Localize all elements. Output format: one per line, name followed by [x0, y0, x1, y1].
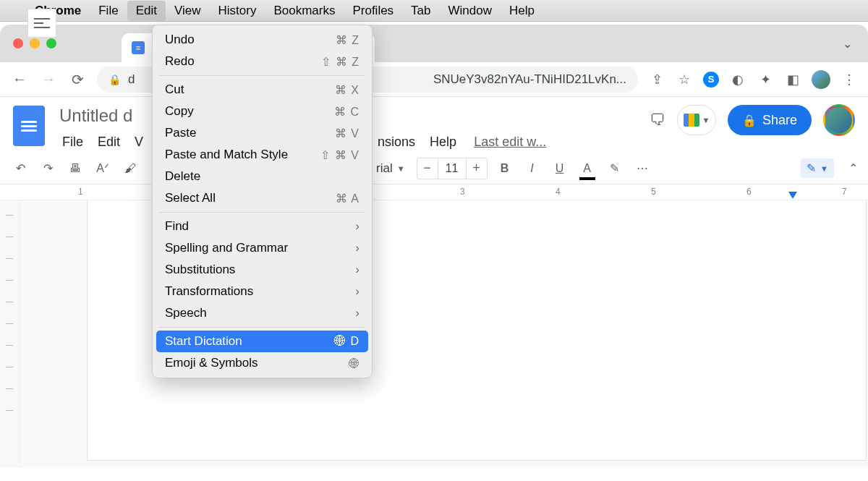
menu-label: Speech [165, 306, 207, 320]
redo-button[interactable]: ↷ [38, 158, 58, 179]
menu-find[interactable]: Find› [156, 216, 368, 237]
menu-substitutions[interactable]: Substitutions› [156, 259, 368, 281]
meet-button[interactable]: ▼ [677, 105, 716, 135]
comments-icon[interactable]: 🗨 [650, 111, 665, 129]
menu-speech[interactable]: Speech› [156, 302, 368, 324]
ruler-mark: 3 [460, 187, 465, 197]
menu-separator [159, 212, 365, 213]
chevron-down-icon: ▼ [820, 164, 828, 173]
menu-paste[interactable]: Paste⌘ V [156, 122, 368, 144]
menubar-file[interactable]: File [90, 1, 127, 21]
side-panel-icon[interactable]: ◧ [784, 71, 801, 88]
last-edit-link[interactable]: Last edit w... [468, 132, 552, 153]
menu-label: Find [165, 219, 189, 234]
docs-menu-extensions-partial[interactable]: nsions [372, 132, 421, 153]
docs-menu-help[interactable]: Help [424, 132, 462, 153]
font-size-input[interactable]: 11 [438, 158, 467, 179]
menu-label: Spelling and Grammar [165, 241, 288, 255]
shazam-extension-icon[interactable]: S [703, 72, 719, 88]
menu-undo[interactable]: Undo⌘ Z [156, 29, 368, 51]
ruler-mark: 5 [651, 187, 656, 197]
print-button[interactable]: 🖶 [65, 158, 85, 179]
show-outline-button[interactable] [27, 9, 56, 38]
lock-icon: 🔒 [109, 74, 121, 85]
menubar-history[interactable]: History [209, 1, 265, 21]
bold-button[interactable]: B [495, 158, 515, 179]
docs-menu-view-partial[interactable]: V [129, 132, 149, 153]
privacy-extension-icon[interactable]: ◐ [729, 71, 746, 88]
shortcut-label: ⇧ ⌘ Z [321, 55, 359, 69]
menu-spelling[interactable]: Spelling and Grammar› [156, 237, 368, 259]
increase-font-button[interactable]: + [467, 161, 487, 176]
menu-cut[interactable]: Cut⌘ X [156, 79, 368, 101]
share-icon[interactable]: ⇪ [648, 71, 665, 88]
close-window-button[interactable] [13, 38, 23, 48]
menu-redo[interactable]: Redo⇧ ⌘ Z [156, 51, 368, 72]
menubar-edit[interactable]: Edit [127, 1, 166, 21]
editing-mode-button[interactable]: ✎▼ [801, 158, 834, 178]
chevron-right-icon: › [355, 306, 359, 320]
extensions-puzzle-icon[interactable]: ✦ [757, 71, 774, 88]
chevron-right-icon: › [355, 241, 359, 255]
menu-label: Cut [165, 82, 184, 97]
share-button[interactable]: 🔒Share [728, 105, 812, 135]
spellcheck-button[interactable]: Aᐟ [93, 158, 113, 179]
menu-separator [159, 327, 365, 328]
menu-label: Paste and Match Style [165, 148, 288, 162]
chevron-right-icon: › [355, 263, 359, 277]
highlight-button[interactable]: ✎ [605, 158, 625, 179]
macos-menubar: Chrome File Edit View History Bookmarks … [0, 0, 868, 22]
menubar-profiles[interactable]: Profiles [344, 1, 402, 21]
horizontal-ruler[interactable]: 1 3 4 5 6 7 [0, 184, 868, 200]
docs-logo-icon[interactable] [13, 106, 45, 146]
maximize-window-button[interactable] [46, 38, 56, 48]
menu-label: Undo [165, 33, 195, 47]
menubar-help[interactable]: Help [501, 1, 543, 21]
underline-button[interactable]: U [550, 158, 570, 179]
menubar-view[interactable]: View [166, 1, 210, 21]
forward-button[interactable]: → [39, 71, 58, 88]
docs-menu-edit[interactable]: Edit [92, 132, 126, 153]
menu-select-all[interactable]: Select All⌘ A [156, 187, 368, 209]
menu-start-dictation[interactable]: Start Dictation🌐︎ D [156, 331, 368, 352]
chevron-right-icon: › [355, 219, 359, 234]
tab-search-button[interactable]: ⌄ [843, 37, 852, 51]
menubar-tab[interactable]: Tab [402, 1, 439, 21]
profile-avatar-icon[interactable] [812, 70, 830, 89]
font-selector[interactable]: rial▼ [372, 161, 409, 176]
more-tools-button[interactable]: ⋯ [632, 158, 652, 179]
menubar-window[interactable]: Window [440, 1, 501, 21]
reload-button[interactable]: ⟳ [68, 71, 87, 88]
lock-icon: 🔒 [742, 114, 757, 127]
menu-copy[interactable]: Copy⌘ C [156, 101, 368, 122]
account-avatar[interactable] [823, 104, 855, 136]
ruler-mark: 4 [556, 187, 561, 197]
text-color-button[interactable]: A [577, 158, 597, 179]
undo-button[interactable]: ↶ [10, 158, 30, 179]
chevron-down-icon: ▼ [702, 116, 710, 124]
menu-transformations[interactable]: Transformations› [156, 281, 368, 302]
menu-paste-match[interactable]: Paste and Match Style⇧ ⌘ V [156, 144, 368, 166]
menu-emoji[interactable]: Emoji & Symbols🌐︎ [156, 352, 368, 374]
menu-label: Paste [165, 126, 196, 140]
back-button[interactable]: ← [10, 71, 29, 88]
ruler-mark: 1 [78, 187, 83, 197]
tab-strip: ≡ Unti ⌄ [0, 25, 868, 62]
italic-button[interactable]: I [522, 158, 542, 179]
bookmark-star-icon[interactable]: ☆ [676, 71, 693, 88]
menu-label: Copy [165, 104, 194, 119]
decrease-font-button[interactable]: − [417, 161, 438, 176]
collapse-toolbar-button[interactable]: ⌃ [848, 161, 858, 175]
menubar-bookmarks[interactable]: Bookmarks [265, 1, 344, 21]
menu-delete[interactable]: Delete [156, 166, 368, 187]
vertical-ruler[interactable] [0, 200, 20, 468]
shortcut-label: ⌘ A [336, 192, 359, 205]
docs-menu-file[interactable]: File [56, 132, 89, 153]
chevron-right-icon: › [355, 284, 359, 299]
paint-format-button[interactable]: 🖌 [120, 158, 140, 179]
chrome-menu-button[interactable]: ⋮ [841, 71, 858, 88]
chevron-down-icon: ▼ [397, 164, 405, 173]
right-indent-marker[interactable] [788, 192, 797, 199]
edit-menu-dropdown: Undo⌘ Z Redo⇧ ⌘ Z Cut⌘ X Copy⌘ C Paste⌘ … [152, 25, 373, 378]
minimize-window-button[interactable] [30, 38, 40, 48]
